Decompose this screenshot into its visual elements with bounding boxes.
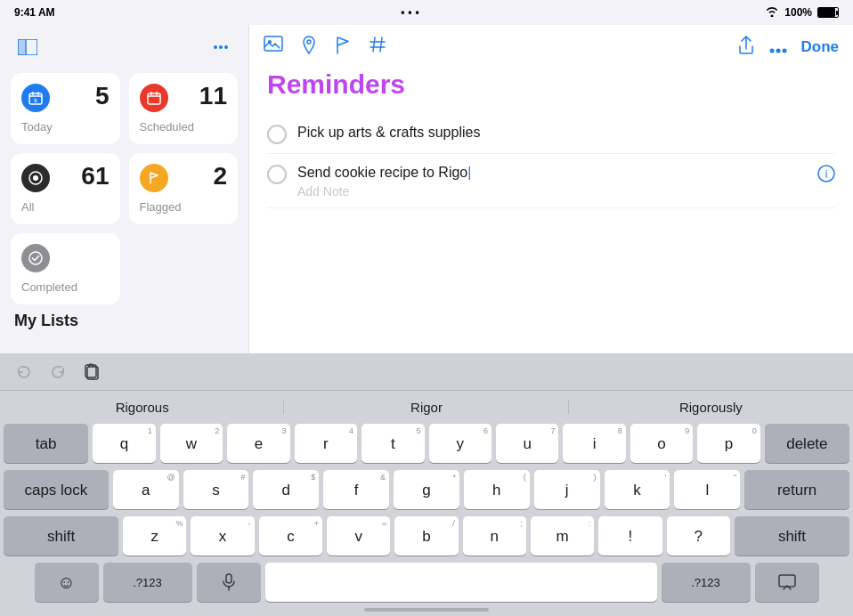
svg-rect-34 [779,575,795,587]
svg-point-26 [776,48,780,53]
key-z[interactable]: %z [123,516,186,555]
key-s[interactable]: #s [183,470,249,509]
battery-icon [817,7,839,18]
reminder-item-2[interactable]: Send cookie recipe to Rigo Add Note i [267,154,835,208]
key-question[interactable]: ? [667,516,730,555]
reminder-checkbox-1[interactable] [267,125,287,144]
keyboard-rows: tab 1q 2w 3e 4r 5t 6y 7u 8i 9o 0p delete… [0,420,853,602]
key-e[interactable]: 3e [227,424,289,463]
flag-icon[interactable] [335,36,351,60]
svg-point-4 [219,45,223,49]
share-icon[interactable] [737,36,755,60]
key-x[interactable]: -x [191,516,254,555]
key-shift-left[interactable]: shift [4,516,118,555]
key-emoji[interactable]: ☺ [35,563,99,602]
reminder-info-button-2[interactable]: i [817,165,835,187]
svg-rect-32 [226,574,232,583]
key-o[interactable]: 9o [630,424,693,463]
kb-row-4: ☺ .?123 .?123 [4,563,849,602]
key-l[interactable]: "l [674,470,740,509]
flagged-count: 2 [213,164,227,189]
reminder-text-1: Pick up arts & crafts supplies [297,123,835,142]
key-m[interactable]: :m [531,516,594,555]
status-right: 100% [765,6,839,20]
smart-list-scheduled[interactable]: 11 Scheduled [129,73,239,144]
done-button[interactable]: Done [801,38,840,56]
location-icon[interactable] [301,36,317,60]
svg-point-20 [307,40,311,44]
smart-list-completed[interactable]: Completed [11,233,120,304]
key-h[interactable]: (h [464,470,530,509]
key-exclaim[interactable]: ! [598,516,662,555]
completed-label: Completed [21,280,110,294]
today-count: 5 [95,84,110,109]
keyboard-container: Rigorous Rigor Rigorously tab 1q 2w 3e 4… [0,353,853,616]
status-dot1: • [401,6,404,19]
key-g[interactable]: *g [394,470,459,509]
svg-point-25 [769,48,774,53]
key-u[interactable]: 7u [496,424,558,463]
key-r[interactable]: 4r [295,424,357,463]
svg-text:i: i [825,168,828,181]
smart-list-all[interactable]: 61 All [11,153,120,224]
key-k[interactable]: 'k [605,470,670,509]
key-i[interactable]: 8i [563,424,625,463]
key-c[interactable]: +c [259,516,322,555]
scheduled-icon [140,84,168,112]
smart-list-flagged[interactable]: 2 Flagged [129,153,239,224]
key-w[interactable]: 2w [160,424,223,463]
svg-text:5: 5 [34,98,37,103]
svg-point-27 [782,48,786,53]
key-a[interactable]: @a [113,470,179,509]
key-p[interactable]: 0p [697,424,760,463]
undo-button[interactable] [11,359,37,385]
svg-line-22 [380,37,382,52]
reminder-text-area-1: Pick up arts & crafts supplies [297,123,835,142]
reminder-note-placeholder-2: Add Note [297,184,807,199]
home-indicator [364,608,489,612]
key-numbers-right[interactable]: .?123 [662,563,751,602]
hashtag-icon[interactable] [369,36,386,60]
redo-button[interactable] [45,359,71,385]
svg-line-21 [373,37,375,52]
sidebar-collapse-button[interactable] [14,34,41,61]
key-n[interactable]: ;n [463,516,526,555]
paste-button[interactable] [78,359,105,385]
key-return[interactable]: return [744,470,849,509]
key-b[interactable]: /b [394,516,458,555]
status-time: 9:41 AM [14,6,55,19]
all-count: 61 [81,164,109,189]
kb-row-3: shift %z -x +c =v /b ;n :m ! ? shift [4,516,849,555]
key-space[interactable] [265,563,657,602]
key-hide-keyboard[interactable] [755,563,819,602]
key-y[interactable]: 6y [429,424,491,463]
key-microphone[interactable] [197,563,261,602]
key-caps-lock[interactable]: caps lock [4,470,109,509]
all-icon [21,164,50,192]
sidebar-top-bar [11,34,238,61]
image-icon[interactable] [264,36,283,60]
svg-point-5 [224,45,228,49]
smart-list-today[interactable]: 5 5 Today [11,73,120,144]
autocomplete-bar: Rigorous Rigor Rigorously [0,391,853,420]
key-v[interactable]: =v [327,516,390,555]
smart-lists-grid: 5 5 Today [11,73,238,224]
key-tab[interactable]: tab [4,424,88,463]
key-delete[interactable]: delete [765,424,849,463]
key-q[interactable]: 1q [93,424,155,463]
key-numbers-left[interactable]: .?123 [103,563,192,602]
autocomplete-word-2[interactable]: Rigor [284,396,568,418]
key-t[interactable]: 5t [362,424,424,463]
my-lists-heading: My Lists [11,304,238,334]
autocomplete-word-3[interactable]: Rigorously [569,396,853,418]
reminder-checkbox-2[interactable] [267,165,287,184]
key-shift-right[interactable]: shift [735,516,849,555]
toolbar-more-icon[interactable] [769,37,787,58]
key-j[interactable]: )j [534,470,600,509]
autocomplete-word-1[interactable]: Rigorous [0,396,284,418]
sidebar-more-button[interactable] [207,34,234,61]
kb-row-1: tab 1q 2w 3e 4r 5t 6y 7u 8i 9o 0p delete [4,424,849,463]
key-d[interactable]: $d [253,470,319,509]
all-label: All [21,200,110,214]
key-f[interactable]: &f [323,470,389,509]
